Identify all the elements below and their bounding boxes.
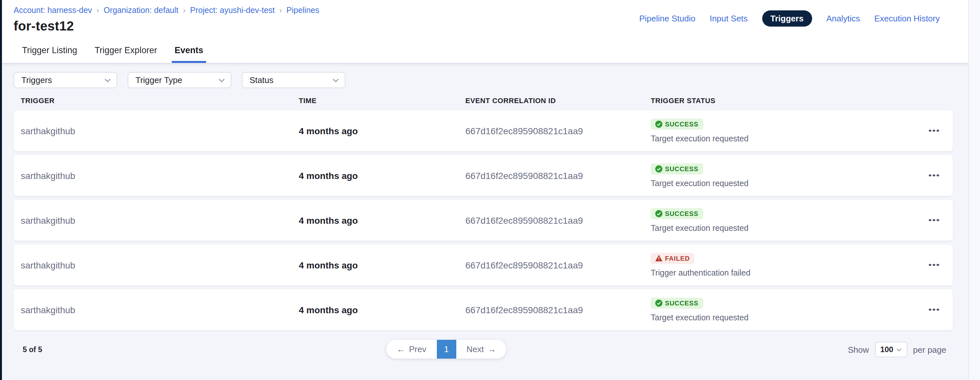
main-area: Account: harness-dev › Organization: def… <box>2 0 968 380</box>
breadcrumb-separator: › <box>97 7 99 14</box>
triggers-filter-dropdown[interactable]: Triggers <box>14 72 117 88</box>
table-row: sarthakgithub 4 months ago 667d16f2ec895… <box>14 244 953 285</box>
status-message: Target execution requested <box>651 134 922 143</box>
trigger-name: sarthakgithub <box>21 215 299 225</box>
status-message: Target execution requested <box>651 179 922 188</box>
page-size-control: Show 100 per page <box>848 342 946 357</box>
next-label: Next <box>466 344 484 354</box>
tab-bar: Trigger Listing Trigger Explorer Events <box>2 40 968 64</box>
status-message: Target execution requested <box>651 224 922 233</box>
table-body: sarthakgithub 4 months ago 667d16f2ec895… <box>14 110 953 330</box>
event-correlation-id: 667d16f2ec895908821c1aa9 <box>465 170 651 180</box>
table-row: sarthakgithub 4 months ago 667d16f2ec895… <box>14 200 953 241</box>
page-number-button[interactable]: 1 <box>436 340 456 359</box>
event-time: 4 months ago <box>299 215 465 225</box>
table-row: sarthakgithub 4 months ago 667d16f2ec895… <box>14 155 953 196</box>
trigger-status-cell: SUCCESS Target execution requested <box>651 208 922 233</box>
triggers-filter-label: Triggers <box>21 75 52 85</box>
trigger-status-cell: FAILED Trigger authentication failed <box>651 252 922 277</box>
status-badge: SUCCESS <box>651 297 703 308</box>
column-header-time: TIME <box>299 97 465 104</box>
breadcrumb-organization-link[interactable]: Organization: default <box>104 6 178 14</box>
pager: ← Prev 1 Next → <box>386 340 506 359</box>
row-options-menu-icon[interactable] <box>922 289 946 330</box>
breadcrumb-separator: › <box>279 7 282 14</box>
nav-input-sets[interactable]: Input Sets <box>710 14 748 23</box>
status-label: SUCCESS <box>665 299 698 307</box>
row-options-menu-icon[interactable] <box>922 110 946 151</box>
check-circle-icon <box>655 120 662 128</box>
nav-pipeline-studio[interactable]: Pipeline Studio <box>639 14 695 23</box>
page-header: Account: harness-dev › Organization: def… <box>2 0 968 40</box>
nav-execution-history[interactable]: Execution History <box>874 14 940 23</box>
prev-label: Prev <box>409 344 426 354</box>
event-time: 4 months ago <box>299 305 465 315</box>
tab-events[interactable]: Events <box>172 40 206 63</box>
column-header-trigger: TRIGGER <box>21 97 299 104</box>
status-label: SUCCESS <box>665 210 698 217</box>
next-page-button[interactable]: Next → <box>456 340 506 359</box>
trigger-name: sarthakgithub <box>21 126 299 136</box>
warning-triangle-icon <box>655 255 662 261</box>
trigger-name: sarthakgithub <box>21 170 299 180</box>
status-label: FAILED <box>665 254 690 262</box>
results-count: 5 of 5 <box>23 346 42 353</box>
table-row: sarthakgithub 4 months ago 667d16f2ec895… <box>14 289 953 330</box>
status-badge: FAILED <box>651 252 695 263</box>
row-options-menu-icon[interactable] <box>922 155 946 196</box>
events-content: Triggers Trigger Type Status TRIGGER TIM… <box>2 62 968 380</box>
tab-trigger-explorer[interactable]: Trigger Explorer <box>92 40 160 63</box>
check-circle-icon <box>655 210 662 217</box>
status-badge: SUCCESS <box>651 163 703 174</box>
trigger-status-cell: SUCCESS Target execution requested <box>651 163 922 188</box>
check-circle-icon <box>655 299 662 307</box>
event-correlation-id: 667d16f2ec895908821c1aa9 <box>465 215 651 225</box>
breadcrumb-account-link[interactable]: Account: harness-dev <box>14 6 92 14</box>
filters: Triggers Trigger Type Status <box>14 72 953 88</box>
status-label: SUCCESS <box>665 120 698 128</box>
status-badge: SUCCESS <box>651 118 703 129</box>
chevron-down-icon <box>104 78 111 82</box>
chevron-down-icon <box>332 78 339 82</box>
pagination-bar: 5 of 5 ← Prev 1 Next → Show <box>14 340 953 359</box>
trigger-status-cell: SUCCESS Target execution requested <box>651 118 922 143</box>
column-header-trigger-status: TRIGGER STATUS <box>651 97 922 104</box>
status-message: Trigger authentication failed <box>651 268 922 277</box>
scrollbar-track[interactable] <box>968 0 980 380</box>
status-message: Target execution requested <box>651 313 922 322</box>
pipeline-nav: Pipeline Studio Input Sets Triggers Anal… <box>639 10 940 27</box>
event-correlation-id: 667d16f2ec895908821c1aa9 <box>465 260 651 270</box>
page: Account: harness-dev › Organization: def… <box>0 0 980 380</box>
trigger-name: sarthakgithub <box>21 260 299 270</box>
status-label: SUCCESS <box>665 165 698 172</box>
collapsed-sidebar-edge <box>0 0 2 380</box>
row-options-menu-icon[interactable] <box>922 200 946 241</box>
status-filter-dropdown[interactable]: Status <box>242 72 345 88</box>
event-time: 4 months ago <box>299 260 465 270</box>
trigger-type-filter-label: Trigger Type <box>135 75 183 85</box>
nav-triggers-active[interactable]: Triggers <box>762 10 812 27</box>
arrow-right-icon: → <box>488 345 496 353</box>
trigger-type-filter-dropdown[interactable]: Trigger Type <box>128 72 231 88</box>
per-page-label: per page <box>913 345 946 354</box>
check-circle-icon <box>655 165 662 172</box>
nav-analytics[interactable]: Analytics <box>826 14 860 23</box>
trigger-name: sarthakgithub <box>21 305 299 315</box>
breadcrumb-project-link[interactable]: Project: ayushi-dev-test <box>190 6 275 14</box>
trigger-status-cell: SUCCESS Target execution requested <box>651 297 922 322</box>
page-size-dropdown[interactable]: 100 <box>875 342 907 357</box>
breadcrumb-separator: › <box>183 7 186 14</box>
column-header-event-correlation-id: EVENT CORRELATION ID <box>465 97 651 104</box>
breadcrumb-pipelines-link[interactable]: Pipelines <box>286 6 319 14</box>
table-row: sarthakgithub 4 months ago 667d16f2ec895… <box>14 110 953 151</box>
event-time: 4 months ago <box>299 170 465 180</box>
arrow-left-icon: ← <box>397 345 405 353</box>
page-size-value: 100 <box>880 345 893 354</box>
chevron-down-icon <box>896 348 902 351</box>
table-header: TRIGGER TIME EVENT CORRELATION ID TRIGGE… <box>14 97 953 104</box>
status-filter-label: Status <box>250 75 274 85</box>
event-time: 4 months ago <box>299 126 465 136</box>
prev-page-button[interactable]: ← Prev <box>386 340 436 359</box>
tab-trigger-listing[interactable]: Trigger Listing <box>19 40 80 63</box>
row-options-menu-icon[interactable] <box>922 244 946 285</box>
